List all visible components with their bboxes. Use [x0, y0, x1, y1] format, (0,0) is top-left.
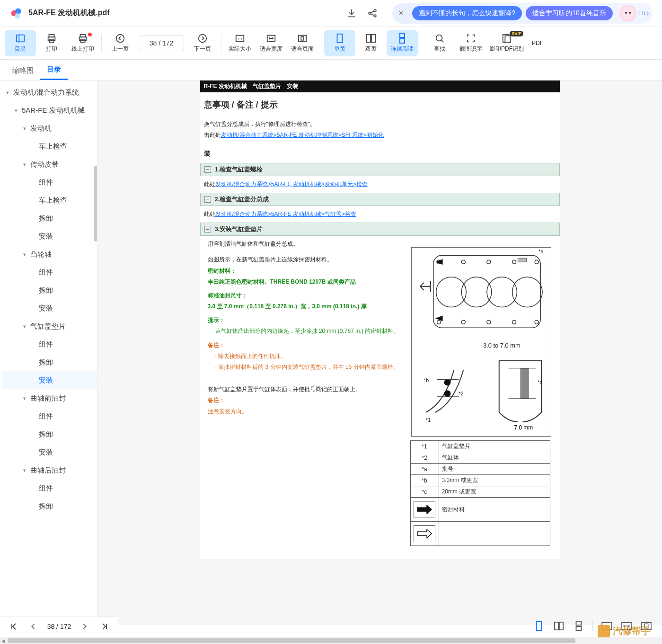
outline-label: 气缸盖垫片 — [30, 322, 66, 331]
tb-actual-size[interactable]: 1:1实际大小 — [224, 30, 256, 56]
collapse-icon[interactable]: – — [204, 196, 211, 203]
caret-icon: ▾ — [21, 161, 28, 168]
svg-point-29 — [436, 35, 442, 41]
promo-close-icon[interactable]: ✕ — [395, 8, 406, 19]
svg-rect-71 — [576, 626, 582, 630]
outline-label: 拆卸 — [39, 214, 53, 223]
tb-next-page[interactable]: 下一页 — [187, 30, 218, 56]
tb-find[interactable]: 查找 — [424, 30, 455, 56]
svg-rect-70 — [576, 621, 582, 625]
outline-item[interactable]: 拆卸 — [2, 353, 97, 371]
tb-print[interactable]: 打印 — [36, 30, 67, 56]
collapse-icon[interactable]: – — [204, 226, 211, 233]
outline-item[interactable]: 拆卸 — [2, 209, 97, 227]
svg-marker-66 — [417, 529, 432, 538]
tb-ocr-pdf[interactable]: SVIP影印PDF识别 — [486, 30, 527, 56]
outline-item[interactable]: 拆卸 — [2, 425, 97, 443]
outline-item[interactable]: ▾曲轴后油封 — [2, 461, 97, 479]
app-logo-icon — [9, 7, 23, 20]
outline-item[interactable]: 拆卸 — [2, 497, 97, 515]
outline-item[interactable]: ▾传动皮带 — [2, 155, 97, 173]
outline-item[interactable]: ▾凸轮轴 — [2, 245, 97, 263]
tb-ocr-crop[interactable]: 截图识字 — [455, 30, 486, 56]
prev-page-icon[interactable] — [27, 621, 39, 632]
horizontal-scrollbar[interactable]: ◀ — [0, 637, 662, 644]
svg-rect-27 — [400, 33, 405, 37]
spec-val: 气缸盖垫片 — [439, 441, 550, 452]
doc-link[interactable]: 发动机/混合动力系统>5AR-FE 发动机机械>发动机单元>检查 — [215, 181, 368, 188]
share-icon[interactable] — [367, 8, 378, 19]
table-row: *2气缸体 — [410, 452, 550, 464]
outline-item[interactable]: 组件 — [2, 407, 97, 425]
scroll-thumb[interactable] — [8, 638, 575, 643]
tab-thumbnails[interactable]: 缩略图 — [6, 62, 40, 80]
page-header-strip: R-FE 发动机机械 气缸盖垫片 安装 — [200, 80, 560, 92]
download-icon[interactable] — [346, 8, 357, 19]
collapse-icon[interactable]: – — [204, 166, 211, 173]
tb-continuous[interactable]: 连续阅读 — [387, 30, 418, 56]
outline-item[interactable]: ▾曲轴前油封 — [2, 389, 97, 407]
svg-point-18 — [199, 35, 207, 43]
promo-pill-1[interactable]: 遇到不懂的长句，怎么快速翻译? — [412, 6, 522, 20]
last-page-icon[interactable] — [99, 621, 110, 632]
doc-link[interactable]: 发动机/混合动力系统>5AR-FE 发动机控制系统>SFI 系统>初始化 — [221, 132, 384, 138]
outline-item[interactable]: ▾发动机/混合动力系统 — [2, 83, 97, 101]
outline-item[interactable]: 组件 — [2, 173, 97, 191]
tb-single-page[interactable]: 单页 — [324, 30, 355, 56]
svg-point-2 — [15, 13, 20, 18]
outline-item[interactable]: 组件 — [2, 479, 97, 497]
vb-double-icon[interactable] — [553, 620, 565, 632]
tab-outline[interactable]: 目录 — [40, 60, 68, 80]
first-page-icon[interactable] — [8, 621, 19, 632]
outline-item[interactable]: ▾气缸盖垫片 — [2, 317, 97, 335]
document-viewport[interactable]: R-FE 发动机机械 气缸盖垫片 安装 意事项 / 备注 / 提示 换气缸盖分总… — [97, 80, 662, 625]
page-number[interactable]: 38 / 172 — [47, 623, 71, 630]
svg-text:*2: *2 — [459, 391, 463, 396]
outline-item[interactable]: 组件 — [2, 335, 97, 353]
svg-rect-67 — [537, 622, 542, 630]
outline-item[interactable]: 车上检查 — [2, 191, 97, 209]
svg-rect-31 — [505, 36, 510, 43]
outline-item[interactable]: 安装 — [2, 227, 97, 245]
step-bar[interactable]: –1.检查气缸盖螺栓 — [200, 163, 560, 176]
svg-text:3.0 to 7.0 mm: 3.0 to 7.0 mm — [483, 342, 520, 349]
outline-item[interactable]: ▾发动机 — [2, 119, 97, 137]
tb-outline[interactable]: 目录 — [5, 30, 36, 56]
step-bar[interactable]: –3.安装气缸盖垫片 — [200, 223, 560, 236]
tb-fit-width[interactable]: 适合宽度 — [256, 30, 287, 56]
step-bar[interactable]: –2.检查气缸盖分总成 — [200, 193, 560, 206]
svg-point-7 — [625, 12, 627, 14]
vb-single-icon[interactable] — [533, 620, 545, 632]
tb-prev-page[interactable]: 上一页 — [105, 30, 136, 56]
step-title: 2.检查气缸盖分总成 — [215, 195, 269, 204]
outline-item[interactable]: 安装 — [2, 299, 97, 317]
outline-item[interactable]: 组件 — [2, 263, 97, 281]
spec-key: *b — [410, 475, 439, 486]
outline-item[interactable]: 拆卸 — [2, 281, 97, 299]
tb-fit-page[interactable]: 适合页面 — [287, 30, 318, 56]
outline-item[interactable]: ▾5AR-FE 发动机机械 — [2, 101, 97, 119]
avatar[interactable] — [619, 5, 636, 22]
tb-more[interactable]: PDI — [527, 30, 546, 56]
spec-val: 批号 — [439, 464, 550, 475]
tb-double-page[interactable]: 双页 — [355, 30, 387, 56]
vb-continuous-icon[interactable] — [573, 620, 585, 632]
outline-item[interactable]: 安装 — [2, 443, 97, 461]
scroll-left-icon[interactable]: ◀ — [0, 637, 7, 644]
arrow-cell — [410, 522, 439, 546]
caret-icon: ▾ — [21, 323, 28, 330]
page-indicator[interactable]: 38 / 172 — [139, 35, 184, 51]
arrow-cell — [410, 498, 439, 522]
outline-item[interactable]: 安装 — [2, 371, 97, 389]
outline-item[interactable]: 车上检查 — [2, 137, 97, 155]
outline-label: 拆卸 — [39, 430, 53, 439]
doc-link[interactable]: 发动机/混合动力系统>5AR-FE 发动机机械>气缸盖>检查 — [215, 211, 356, 217]
outline-label: 组件 — [39, 412, 53, 421]
next-page-icon[interactable] — [79, 621, 90, 632]
svg-rect-23 — [301, 36, 304, 40]
promo-hi[interactable]: Hi › — [639, 9, 649, 17]
tb-online-print[interactable]: 线上打印 — [67, 30, 98, 56]
promo-pill-2[interactable]: 适合学习听的10首纯音乐 — [526, 6, 613, 20]
caret-icon: ▾ — [4, 89, 11, 96]
outline-scrollbar[interactable] — [94, 166, 97, 242]
